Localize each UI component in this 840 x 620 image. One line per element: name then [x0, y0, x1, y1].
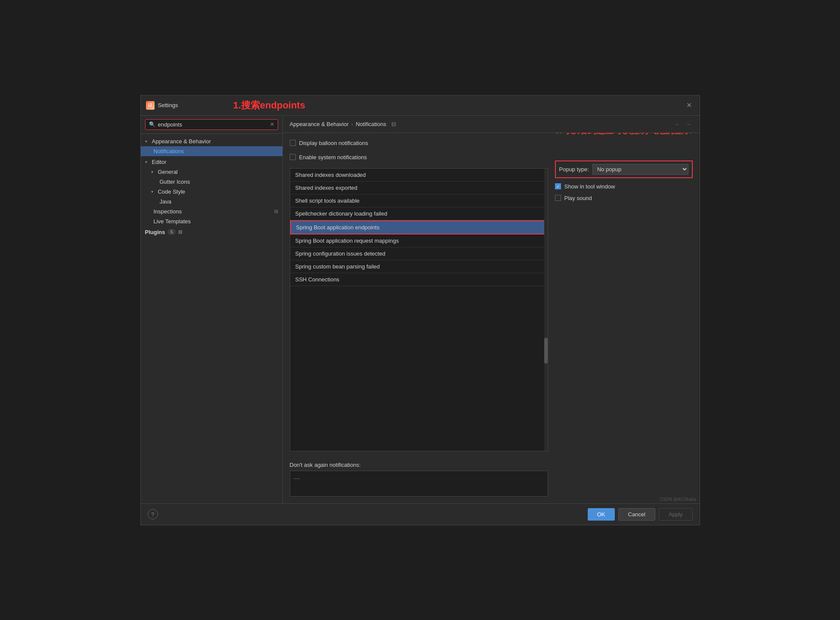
- plugins-badge: 5: [167, 229, 175, 235]
- show-in-tool-window-checkbox[interactable]: ✓: [555, 183, 561, 189]
- checkmark-icon: ✓: [556, 184, 560, 189]
- dont-ask-dash: —: [294, 475, 301, 482]
- forward-button[interactable]: →: [684, 120, 693, 128]
- display-balloon-label: Display balloon notifications: [299, 140, 368, 146]
- search-wrapper: 🔍 ✕: [145, 119, 278, 130]
- enable-system-checkbox[interactable]: [290, 154, 296, 160]
- enable-system-row: Enable system notifications: [290, 154, 548, 160]
- notif-item-8[interactable]: SSH Connections: [290, 273, 548, 286]
- watermark: CSDN @ACGkaka: [660, 497, 696, 502]
- help-button[interactable]: ?: [148, 509, 158, 519]
- play-sound-label: Play sound: [564, 195, 592, 201]
- notif-item-0[interactable]: Shared indexes downloaded: [290, 169, 548, 182]
- notifications-section: Display balloon notifications Enable sys…: [290, 140, 548, 497]
- plugins-label: Plugins: [145, 229, 165, 235]
- sidebar-item-appearance-behavior[interactable]: ▾ Appearance & Behavior: [141, 136, 282, 146]
- sidebar-item-java[interactable]: Java: [141, 197, 282, 207]
- scrollbar-thumb[interactable]: [544, 338, 548, 364]
- show-in-tool-window-row: ✓ Show in tool window: [555, 183, 693, 190]
- notif-item-2[interactable]: Shell script tools available: [290, 194, 548, 207]
- notif-item-6[interactable]: Spring configuration issues detected: [290, 247, 548, 260]
- close-button[interactable]: ✕: [684, 100, 694, 110]
- plugins-icon: ⊟: [178, 229, 182, 235]
- nav-tree: ▾ Appearance & Behavior Notifications ▾ …: [141, 134, 282, 503]
- notification-list: Shared indexes downloaded Shared indexes…: [290, 168, 548, 451]
- expand-icon-editor: ▾: [145, 160, 150, 164]
- expand-icon-general: ▾: [151, 170, 156, 174]
- breadcrumb-icon: ⊟: [391, 121, 396, 127]
- settings-dialog: IJ Settings 1.搜索endpoints ✕ 🔍 ✕: [140, 95, 700, 525]
- sidebar-item-gutter-icons[interactable]: Gutter Icons: [141, 177, 282, 187]
- popup-type-row: Popup type: No popup Balloon Tool window…: [555, 160, 693, 178]
- dialog-title: Settings: [158, 102, 178, 108]
- nav-arrows: ← →: [673, 120, 693, 128]
- notif-item-5[interactable]: Spring Boot application request mappings: [290, 234, 548, 247]
- popup-type-label: Popup type:: [559, 166, 589, 173]
- scrollbar-track: [544, 169, 548, 451]
- ok-button[interactable]: OK: [588, 508, 615, 521]
- breadcrumb-separator: ›: [351, 121, 353, 127]
- editor-label: Editor: [152, 159, 167, 165]
- display-balloon-row: Display balloon notifications: [290, 140, 548, 146]
- search-box: 🔍 ✕: [141, 116, 282, 134]
- app-icon: IJ: [146, 101, 155, 110]
- back-button[interactable]: ←: [673, 120, 682, 128]
- breadcrumb-part1: Appearance & Behavior: [290, 121, 349, 127]
- sidebar: 🔍 ✕ ▾ Appearance & Behavior Notification…: [141, 116, 283, 503]
- notif-item-4[interactable]: Spring Boot application endpoints 2.选择Sp…: [290, 220, 548, 234]
- expand-icon-code-style: ▾: [151, 189, 156, 194]
- search-input[interactable]: [158, 121, 267, 128]
- nav-group-editor: ▾ Editor ▾ General Gutter Icons ▾ Code S: [141, 157, 282, 226]
- breadcrumb: Appearance & Behavior › Notifications ⊟: [290, 121, 396, 127]
- panel-body: Display balloon notifications Enable sys…: [283, 133, 700, 503]
- sidebar-item-plugins[interactable]: Plugins 5 ⊟: [141, 227, 282, 237]
- right-settings: 3.可以看到这里可以控制气泡的显示 Popup type: No popup B…: [555, 140, 693, 497]
- apply-button[interactable]: Apply: [659, 508, 693, 521]
- general-label: General: [158, 169, 178, 175]
- notif-item-3[interactable]: Spellchecker dictionary loading failed: [290, 207, 548, 220]
- search-icon: 🔍: [149, 121, 155, 127]
- sidebar-item-inspections[interactable]: Inspections ⊟: [141, 207, 282, 216]
- title-bar-left: IJ Settings 1.搜索endpoints: [146, 99, 305, 112]
- annotation-1: 1.搜索endpoints: [233, 99, 305, 112]
- dont-ask-section: Don't ask again notifications: —: [290, 462, 548, 497]
- dont-ask-label: Don't ask again notifications:: [290, 462, 548, 468]
- enable-system-label: Enable system notifications: [299, 154, 367, 160]
- sidebar-item-notifications[interactable]: Notifications: [141, 146, 282, 156]
- sidebar-item-editor[interactable]: ▾ Editor: [141, 157, 282, 167]
- nav-group-appearance: ▾ Appearance & Behavior Notifications: [141, 136, 282, 156]
- code-style-label: Code Style: [158, 188, 186, 195]
- play-sound-checkbox[interactable]: [555, 195, 561, 201]
- sidebar-item-code-style[interactable]: ▾ Code Style: [141, 187, 282, 197]
- cancel-button[interactable]: Cancel: [618, 508, 655, 521]
- sidebar-item-general[interactable]: ▾ General: [141, 167, 282, 177]
- notif-item-1[interactable]: Shared indexes exported: [290, 182, 548, 194]
- bottom-bar: ? OK Cancel Apply: [141, 503, 700, 525]
- clear-search-button[interactable]: ✕: [270, 121, 274, 127]
- inspections-icon: ⊟: [274, 209, 278, 214]
- main-content: 🔍 ✕ ▾ Appearance & Behavior Notification…: [141, 116, 700, 503]
- display-balloon-checkbox[interactable]: [290, 140, 296, 146]
- notif-item-7[interactable]: Spring custom bean parsing failed: [290, 260, 548, 273]
- appearance-behavior-label: Appearance & Behavior: [152, 138, 211, 145]
- popup-type-select[interactable]: No popup Balloon Tool window balloon Sti…: [592, 164, 688, 175]
- play-sound-row: Play sound: [555, 195, 693, 201]
- annotation-3: 3.可以看到这里可以控制气泡的显示: [555, 133, 700, 136]
- action-buttons: OK Cancel Apply: [588, 508, 693, 521]
- breadcrumb-part2: Notifications: [356, 121, 386, 127]
- sidebar-item-live-templates[interactable]: Live Templates: [141, 216, 282, 226]
- dont-ask-box: —: [290, 471, 548, 497]
- right-panel: Appearance & Behavior › Notifications ⊟ …: [283, 116, 700, 503]
- expand-icon: ▾: [145, 139, 150, 144]
- title-bar: IJ Settings 1.搜索endpoints ✕: [141, 96, 700, 116]
- show-in-tool-window-label: Show in tool window: [564, 183, 615, 190]
- panel-header: Appearance & Behavior › Notifications ⊟ …: [283, 116, 700, 133]
